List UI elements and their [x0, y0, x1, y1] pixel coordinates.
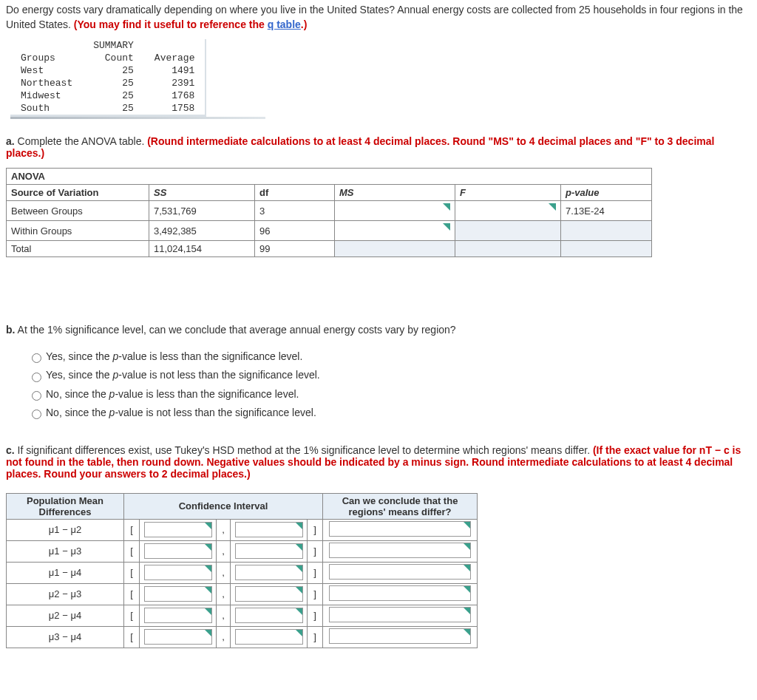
summary-row: Midwest251768 [10, 89, 206, 102]
tukey-row: μ2 − μ3 [ , ] [7, 583, 478, 605]
part-b-options: Yes, since the p-value is less than the … [28, 347, 751, 422]
flag-icon [464, 543, 470, 550]
summary-table: SUMMARY Groups Count Average West251491 … [10, 39, 206, 117]
tukey-row: μ3 − μ4 [ , ] [7, 626, 478, 648]
anova-row-total: Total 11,024,154 99 [7, 241, 652, 257]
f-input[interactable] [455, 201, 561, 221]
radio-option-2[interactable]: Yes, since the p-value is not less than … [28, 366, 751, 384]
radio-option-1[interactable]: Yes, since the p-value is less than the … [28, 347, 751, 366]
question-intro: Do energy costs vary dramatically depend… [6, 3, 751, 32]
summary-table-wrap: SUMMARY Groups Count Average West251491 … [10, 39, 751, 119]
blank-cell [455, 241, 561, 257]
tukey-row: μ2 − μ4 [ , ] [7, 605, 478, 626]
radio-input[interactable] [32, 353, 41, 363]
tukey-row: μ1 − μ2 [ , ] [7, 519, 478, 540]
conclusion-input[interactable] [323, 540, 478, 562]
ci-lower-input[interactable] [140, 605, 217, 626]
ci-lower-input[interactable] [140, 626, 217, 648]
ms-between-input[interactable] [335, 201, 455, 221]
summary-row: South251758 [10, 102, 206, 116]
flag-icon [205, 544, 211, 551]
summary-shadow [10, 117, 265, 119]
summary-title: SUMMARY [83, 39, 144, 52]
ci-lower-input[interactable] [140, 583, 217, 605]
flag-icon [464, 586, 470, 593]
part-a-text: Complete the ANOVA table. [18, 135, 148, 147]
part-c-text: If significant differences exist, use Tu… [18, 444, 593, 456]
tukey-row: μ1 − μ3 [ , ] [7, 540, 478, 562]
part-b: b. At the 1% significance level, can we … [6, 324, 751, 336]
anova-row-within: Within Groups 3,492,385 96 [7, 221, 652, 241]
flag-icon [296, 523, 302, 529]
ci-upper-input[interactable] [231, 626, 308, 648]
radio-input[interactable] [32, 410, 41, 419]
blank-cell [335, 241, 455, 257]
q-table-link[interactable]: q table [268, 18, 301, 30]
radio-option-3[interactable]: No, since the p-value is less than the s… [28, 385, 751, 404]
ci-upper-input[interactable] [231, 583, 308, 605]
ci-lower-input[interactable] [140, 540, 217, 562]
conclusion-input[interactable] [323, 605, 478, 626]
tukey-col-ci: Confidence Interval [124, 493, 323, 519]
ci-lower-input[interactable] [140, 519, 217, 540]
ci-upper-input[interactable] [231, 519, 308, 540]
part-c-label: c. [6, 444, 15, 456]
anova-row-between: Between Groups 7,531,769 3 7.13E-24 [7, 201, 652, 221]
ci-upper-input[interactable] [231, 605, 308, 626]
flag-icon [296, 565, 302, 572]
summary-col-count: Count [83, 52, 144, 64]
blank-cell [561, 221, 652, 241]
flag-icon [205, 630, 211, 636]
flag-icon [296, 608, 302, 615]
ms-within-input[interactable] [335, 221, 455, 241]
flag-icon [205, 608, 211, 615]
radio-option-4[interactable]: No, since the p-value is not less than t… [28, 404, 751, 422]
blank-cell [455, 221, 561, 241]
anova-title: ANOVA [7, 169, 652, 185]
flag-icon [549, 203, 556, 211]
ci-upper-input[interactable] [231, 562, 308, 583]
part-b-label: b. [6, 324, 15, 336]
ci-upper-input[interactable] [231, 540, 308, 562]
radio-input[interactable] [32, 391, 41, 401]
part-c: c. If significant differences exist, use… [6, 444, 751, 480]
conclusion-input[interactable] [323, 583, 478, 605]
anova-col-source: Source of Variation [7, 185, 149, 201]
tukey-col-pmd: Population Mean Differences [7, 493, 124, 519]
part-b-text: At the 1% significance level, can we con… [18, 324, 456, 336]
flag-icon [296, 630, 302, 636]
tukey-table: Population Mean Differences Confidence I… [6, 493, 478, 648]
conclusion-input[interactable] [323, 626, 478, 648]
part-a: a. Complete the ANOVA table. (Round inte… [6, 135, 751, 159]
summary-col-average: Average [144, 52, 206, 64]
anova-col-ms: MS [339, 187, 354, 198]
anova-col-p: p-value [566, 187, 600, 198]
summary-row: Northeast252391 [10, 77, 206, 89]
flag-icon [464, 608, 470, 614]
part-a-label: a. [6, 135, 15, 147]
anova-table: ANOVA Source of Variation SS df MS F p-v… [6, 168, 652, 257]
tukey-col-conc: Can we conclude that the regions' means … [323, 493, 478, 519]
flag-icon [296, 544, 302, 551]
anova-col-ss: SS [154, 187, 166, 198]
ci-lower-input[interactable] [140, 562, 217, 583]
flag-icon [464, 629, 470, 636]
blank-cell [561, 241, 652, 257]
tukey-row: μ1 − μ4 [ , ] [7, 562, 478, 583]
summary-col-groups: Groups [10, 52, 83, 64]
radio-input[interactable] [32, 373, 41, 382]
conclusion-input[interactable] [323, 519, 478, 540]
conclusion-input[interactable] [323, 562, 478, 583]
anova-col-df: df [255, 185, 335, 201]
flag-icon [464, 522, 470, 529]
flag-icon [205, 565, 211, 572]
flag-icon [296, 587, 302, 594]
anova-col-f: F [460, 187, 466, 198]
intro-red: (You may find it useful to reference the… [74, 18, 308, 30]
flag-icon [464, 565, 470, 571]
flag-icon [205, 587, 211, 594]
summary-row: West251491 [10, 64, 206, 77]
flag-icon [443, 203, 450, 211]
flag-icon [205, 523, 211, 529]
flag-icon [443, 223, 450, 231]
